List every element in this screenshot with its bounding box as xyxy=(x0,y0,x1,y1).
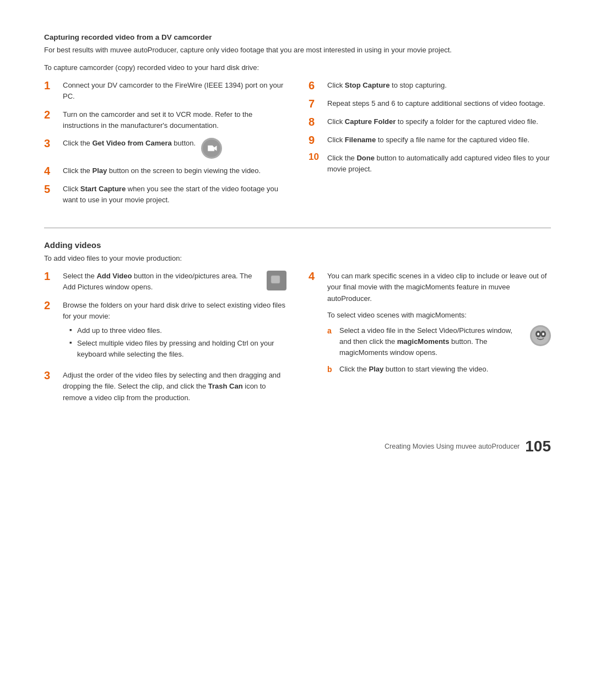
step-8-text: Click Capture Folder to specify a folder… xyxy=(327,116,538,127)
section2-steps-left: 1 Select the Add Video button in the vid… xyxy=(44,271,286,410)
step-6: 6 Click Stop Capture to stop capturing. xyxy=(309,80,551,91)
step-6-number: 6 xyxy=(309,79,324,91)
sub-step-b-text: Click the Play button to start viewing t… xyxy=(339,364,488,375)
step-2-text: Turn on the camcorder and set it to VCR … xyxy=(63,109,286,131)
step-10-text: Click the Done button to automatically a… xyxy=(327,153,551,175)
step-9-number: 9 xyxy=(309,134,324,146)
step-2-number: 2 xyxy=(44,109,60,121)
sub-step-b: b Click the Play button to start viewing… xyxy=(327,364,551,376)
step-7-number: 7 xyxy=(309,98,324,110)
step-5-number: 5 xyxy=(44,183,60,195)
step-2: 2 Turn on the camcorder and set it to VC… xyxy=(44,109,286,131)
sub-intro: To select video scenes with magicMoments… xyxy=(327,310,551,321)
magic-moments-icon xyxy=(530,325,551,346)
section1-steps-left: 1 Connect your DV camcorder to the FireW… xyxy=(44,80,286,212)
step-3-content: Click the Get Video from Camera button. xyxy=(63,138,222,159)
step-8-number: 8 xyxy=(309,116,324,128)
step-3: 3 Click the Get Video from Camera button… xyxy=(44,138,286,159)
add-step-4: 4 You can mark specific scenes in a vide… xyxy=(309,271,551,381)
step-8: 8 Click Capture Folder to specify a fold… xyxy=(309,116,551,128)
step-1-number: 1 xyxy=(44,79,60,91)
footer-text: Creating Movies Using muvee autoProducer xyxy=(385,443,520,450)
section2-intro: To add video files to your movie product… xyxy=(44,253,551,264)
add-step-3-number: 3 xyxy=(44,369,60,381)
step-9: 9 Click Filename to specify a file name … xyxy=(309,134,551,146)
svg-point-9 xyxy=(542,332,544,335)
step-7: 7 Repeat steps 5 and 6 to capture additi… xyxy=(309,98,551,110)
add-step-2: 2 Browse the folders on your hard disk d… xyxy=(44,300,286,364)
add-step-2-bullets: Add up to three video files. Select mult… xyxy=(69,325,286,360)
svg-point-8 xyxy=(537,332,539,335)
step-4-number: 4 xyxy=(44,165,60,177)
add-step-3: 3 Adjust the order of the video files by… xyxy=(44,370,286,403)
step-5: 5 Click Start Capture when you see the s… xyxy=(44,184,286,206)
step-1-text: Connect your DV camcorder to the FireWir… xyxy=(63,80,286,102)
sub-step-a-content: Select a video file in the Select Video/… xyxy=(339,325,551,358)
sub-step-a: a Select a video file in the Select Vide… xyxy=(327,325,551,358)
add-step-1-content: Select the Add Video button in the video… xyxy=(63,271,286,293)
section2-steps-right: 4 You can mark specific scenes in a vide… xyxy=(309,271,551,410)
add-step-3-text: Adjust the order of the video files by s… xyxy=(63,370,286,403)
bullet-2: Select multiple video files by pressing … xyxy=(69,338,286,360)
step-4: 4 Click the Play button on the screen to… xyxy=(44,165,286,177)
step-10: 10 Click the Done button to automaticall… xyxy=(309,153,551,175)
section-capturing: Capturing recorded video from a DV camco… xyxy=(44,33,551,212)
section1-steps: 1 Connect your DV camcorder to the FireW… xyxy=(44,80,551,212)
camera-button-icon xyxy=(201,138,222,159)
sub-step-b-letter: b xyxy=(327,364,336,376)
section1-title: Capturing recorded video from a DV camco… xyxy=(44,33,551,41)
step-3-text: Click the Get Video from Camera button. xyxy=(63,138,196,149)
sub-step-a-letter: a xyxy=(327,325,336,337)
add-step-1: 1 Select the Add Video button in the vid… xyxy=(44,271,286,293)
add-step-4-content: You can mark specific scenes in a video … xyxy=(327,271,551,381)
section2-title: Adding videos xyxy=(44,240,551,250)
section1-intro2: To capture camcorder (copy) recorded vid… xyxy=(44,62,551,73)
step-3-number: 3 xyxy=(44,137,60,149)
step-6-text: Click Stop Capture to stop capturing. xyxy=(327,80,447,91)
add-step-2-content: Browse the folders on your hard disk dri… xyxy=(63,300,286,364)
footer-page-number: 105 xyxy=(525,438,551,455)
add-step-1-number: 1 xyxy=(44,270,60,282)
add-step-2-number: 2 xyxy=(44,299,60,311)
add-step-4-text: You can mark specific scenes in a video … xyxy=(327,272,547,302)
section-divider xyxy=(44,228,551,228)
section1-intro1: For best results with muvee autoProducer… xyxy=(44,45,551,56)
sub-step-a-text: Select a video file in the Select Video/… xyxy=(339,325,524,358)
page-footer: Creating Movies Using muvee autoProducer… xyxy=(44,438,551,455)
step-9-text: Click Filename to specify a file name fo… xyxy=(327,134,529,146)
bullet-1: Add up to three video files. xyxy=(69,325,286,336)
step-1: 1 Connect your DV camcorder to the FireW… xyxy=(44,80,286,102)
add-step-1-text: Select the Add Video button in the video… xyxy=(63,271,261,293)
step-10-number: 10 xyxy=(309,152,324,163)
step-7-text: Repeat steps 5 and 6 to capture addition… xyxy=(327,98,545,109)
page-content: Capturing recorded video from a DV camco… xyxy=(44,33,551,455)
section1-steps-right: 6 Click Stop Capture to stop capturing. … xyxy=(309,80,551,212)
step-4-text: Click the Play button on the screen to b… xyxy=(63,165,261,176)
section-adding-videos: Adding videos To add video files to your… xyxy=(44,240,551,410)
section2-steps: 1 Select the Add Video button in the vid… xyxy=(44,271,551,410)
step-5-text: Click Start Capture when you see the sta… xyxy=(63,184,286,206)
add-video-icon xyxy=(267,271,286,290)
add-step-4-number: 4 xyxy=(309,270,324,282)
add-step-2-text: Browse the folders on your hard disk dri… xyxy=(63,301,285,320)
svg-rect-4 xyxy=(272,276,279,283)
